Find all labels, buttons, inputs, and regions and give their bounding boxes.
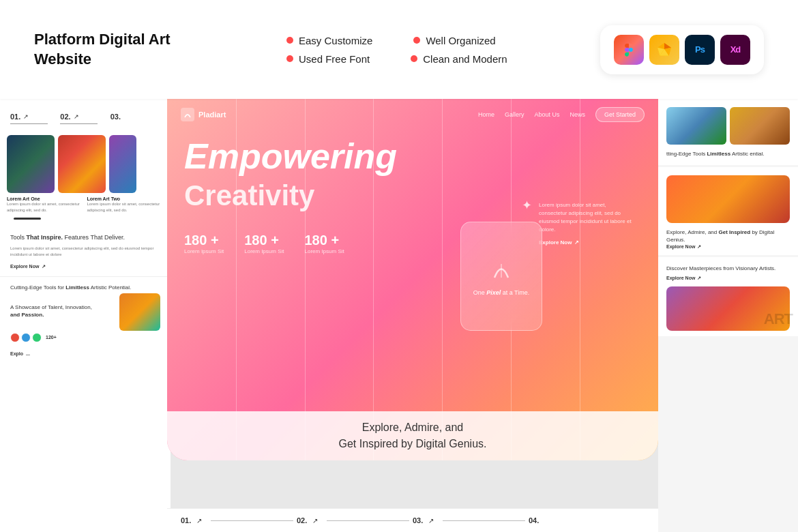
right-discover-text: Discover Masterpieces from Visionary Art… (666, 265, 790, 272)
explore-now-button[interactable]: Explore Now ↗ (10, 264, 160, 269)
bottom-num-item-1: 01. ↗ (181, 516, 297, 524)
bottom-num-3: 03. (413, 516, 423, 524)
left-explore-section: Explo ... (0, 348, 171, 359)
explore-now-label: Explore Now (10, 264, 39, 269)
avatar-2 (21, 333, 31, 342)
hero-stat-2: 180 + Lorem Ipsum Sit (244, 233, 284, 254)
right-explore-button-3[interactable]: Explore Now ↗ (666, 276, 790, 281)
caption-title-2: Lorem Art Two (87, 196, 164, 201)
right-desc-text-2: Explore, Admire, and Get Inspired by Dig… (666, 228, 790, 243)
left-section-title: Tools That Inspire. Features That Delive… (10, 233, 160, 242)
feature-dot-4 (411, 55, 417, 62)
bottom-arrow-2: ↗ (312, 517, 318, 524)
center-hero: Pladiart Home Gallery About Us News Get … (167, 99, 658, 460)
caption-text-2: Lorem ipsum dolor sit amet, consectetur … (87, 202, 160, 212)
hero-cta-button[interactable]: Get Started (595, 107, 645, 122)
feature-label-3: Well Organized (426, 35, 495, 46)
num-divider-2 (60, 123, 98, 124)
photoshop-icon: Ps (685, 35, 715, 65)
stat-label-3: Lorem Ipsum Sit (305, 248, 344, 254)
bottom-num-item-3: 03. ↗ (413, 516, 529, 524)
bottom-num-1: 01. (181, 516, 191, 524)
gallery-numbers: 01. ↗ 02. ↗ 03. (0, 99, 171, 135)
art-watermark: ART (764, 310, 793, 328)
right-explore-label-3: Explore Now (666, 276, 695, 280)
hero-title-line1: Empowering (184, 137, 641, 176)
left-explore-button[interactable]: Explo ... (10, 351, 160, 356)
feature-label-2: Used Free Font (299, 53, 370, 65)
avatar-3 (32, 333, 42, 342)
feature-dot-3 (413, 37, 420, 44)
right-section-title-1: tting-Edge Tools Limitless Artistic enti… (666, 150, 790, 158)
stat-label-2: Lorem Ipsum Sit (244, 248, 284, 254)
right-explore-arrow-3: ↗ (697, 276, 701, 281)
hero-bottom-line2: Get Inspired by Digital Genius. (339, 438, 487, 449)
right-panel: tting-Edge Tools Limitless Artistic enti… (658, 99, 798, 532)
num-divider-1 (10, 123, 48, 124)
hero-nav-home[interactable]: Home (478, 111, 494, 118)
num-label-3: 03. (110, 113, 121, 121)
num-label-1: 01. (10, 113, 20, 121)
caption-dots (14, 218, 41, 220)
feature-row-2: Used Free Font Clean and Modern (286, 53, 507, 65)
avatar-1 (10, 333, 20, 342)
showcase-section: A Showcase of Talent, Innovation, and Pa… (0, 298, 171, 347)
feature-item-1: Easy Customize (286, 35, 372, 46)
stat-number-1: 180 + (184, 233, 224, 248)
left-lower-section: Tools That Inspire. Features That Delive… (0, 223, 171, 276)
stat-number-3: 180 + (305, 233, 344, 248)
hero-stat-3: 180 + Lorem Ipsum Sit (305, 233, 344, 254)
tool-icons-badge: Ps Xd (600, 25, 764, 74)
showcase-image (119, 293, 160, 331)
explore-now-arrow: ↗ (42, 264, 46, 269)
hero-bottom-text: Explore, Admire, and Get Inspired by Dig… (175, 419, 650, 452)
right-section-3: Discover Masterpieces from Visionary Art… (658, 257, 798, 336)
hero-nav-gallery[interactable]: Gallery (505, 111, 524, 118)
hero-bottom-area: Explore, Admire, and Get Inspired by Dig… (167, 411, 658, 460)
gallery-images (0, 135, 171, 193)
feature-list: Easy Customize Well Organized Used Free … (286, 35, 507, 65)
feature-item-4: Clean and Modern (411, 53, 507, 65)
right-explore-label-2: Explore Now (666, 244, 695, 249)
right-img-row-1 (666, 107, 790, 145)
card-logo (488, 257, 515, 289)
bottom-arrow-1: ↗ (196, 517, 202, 524)
user-count: 120+ (46, 335, 57, 340)
gallery-num-3: 03. (110, 113, 160, 123)
caption-text-1: Lorem ipsum dolor sit amet, consectetur … (7, 202, 80, 212)
gallery-captions: Lorem Art One Lorem ipsum dolor sit amet… (0, 193, 171, 223)
left-explore-arrow: ... (26, 351, 30, 356)
left-panel: 01. ↗ 02. ↗ 03. (0, 99, 171, 532)
bottom-num-item-2: 02. ↗ (297, 516, 413, 524)
hero-nav-links: Home Gallery About Us News (478, 111, 585, 118)
hero-bottom-line1: Explore, Admire, and (362, 422, 464, 433)
card-overlay: One Pixel at a Time. (460, 222, 542, 331)
hero-explore-label: Explore Now (539, 239, 572, 246)
hero-desc-text: Lorem ipsum dolor sit amet, consectetur … (539, 201, 634, 234)
feature-dot-1 (286, 37, 293, 44)
gallery-image-3 (109, 135, 136, 193)
hero-explore-arrow: ↗ (574, 239, 579, 246)
page-title: Platform Digital Art Website (34, 30, 171, 69)
gallery-image-1 (7, 135, 55, 193)
hero-navbar: Pladiart Home Gallery About Us News Get … (167, 99, 658, 130)
hero-nav-about[interactable]: About Us (534, 111, 559, 118)
main-content: 01. ↗ 02. ↗ 03. (0, 99, 798, 532)
right-explore-button-2[interactable]: Explore Now ↗ (666, 244, 790, 250)
card-tagline: One Pixel at a Time. (468, 289, 535, 296)
feature-item-2: Used Free Font (286, 53, 370, 65)
right-img-1 (666, 107, 726, 145)
gallery-image-2 (58, 135, 106, 193)
bottom-num-4: 04. (529, 516, 539, 524)
cutting-edge-title: Cutting-Edge Tools for Limitless Artisti… (10, 284, 160, 291)
hero-nav-news[interactable]: News (570, 111, 585, 118)
figma-icon (614, 35, 644, 65)
bottom-arrow-3: ↗ (428, 517, 434, 524)
hero-logo-text: Pladiart (198, 110, 226, 119)
feature-label-4: Clean and Modern (423, 53, 507, 65)
hero-logo: Pladiart (181, 108, 226, 121)
hero-stat-1: 180 + Lorem Ipsum Sit (184, 233, 224, 254)
right-explore-arrow-2: ↗ (697, 244, 701, 250)
hero-explore-button[interactable]: Explore Now ↗ (539, 239, 634, 246)
feature-row-1: Easy Customize Well Organized (286, 35, 507, 46)
